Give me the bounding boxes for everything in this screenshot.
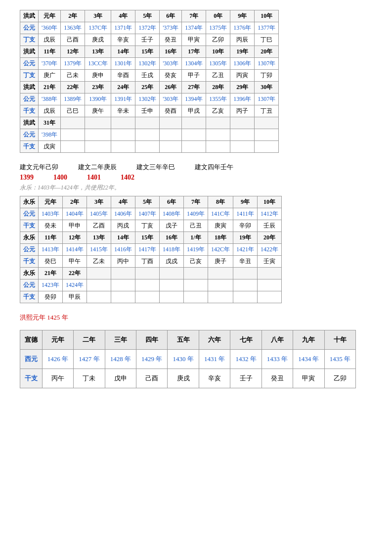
year-num-header: 八年 [261, 330, 293, 350]
table-cell [61, 117, 85, 129]
year-num-header: 4年 [111, 196, 135, 208]
table-cell: 乙卯 [324, 369, 355, 388]
table-row: 干支癸未甲申乙酉丙戌丁亥戊子己丑庚寅辛卯壬辰 [20, 220, 282, 232]
table-cell: 1423年 [39, 279, 63, 291]
row-label: 洪武 [20, 82, 39, 93]
table-cell: 乙丑 [206, 70, 230, 82]
table-cell: '360年 [39, 22, 61, 34]
table-cell: 30年 [255, 82, 279, 93]
row-label: 西元 [20, 350, 43, 369]
table-cell [208, 279, 233, 291]
table-cell [182, 129, 206, 141]
table-cell [85, 129, 111, 141]
table-cell [182, 141, 206, 153]
table-cell: 甲辰 [63, 291, 87, 303]
table-cell: 25年 [135, 82, 160, 93]
table-cell: 1306年 [230, 58, 255, 70]
table-cell: 24年 [111, 82, 135, 93]
table-cell: 辛亥 [111, 34, 135, 46]
table-cell [135, 279, 160, 291]
table-cell: 辛丑 [233, 256, 258, 268]
table-row: 干支丙午丁未戊申己酉庚戌辛亥壬子癸丑甲寅乙卯 [20, 369, 356, 388]
table-cell [135, 268, 160, 279]
table-cell: 1418年 [160, 244, 184, 256]
table-cell: 14年 [111, 46, 135, 58]
jianwen-year-item: 1401 [87, 174, 101, 182]
table-cell [255, 141, 279, 153]
table-cell [206, 129, 230, 141]
table-cell: 22年 [63, 268, 87, 279]
table-row: 洪武31年 [20, 117, 279, 129]
table-cell: 15年 [135, 46, 160, 58]
table-cell [135, 291, 160, 303]
table-cell: 乙未 [87, 256, 111, 268]
table-cell: 甲申 [63, 220, 87, 232]
table-cell: 辛卯 [233, 220, 258, 232]
table-cell: 1396年 [230, 93, 255, 105]
table-cell: 1426 年 [42, 350, 73, 369]
table-cell: 141C年 [208, 208, 233, 220]
table-cell: 1416年 [111, 244, 135, 256]
table-cell: 癸未 [39, 220, 63, 232]
table-cell: 戊辰 [39, 105, 61, 117]
table-cell: 壬辰 [258, 220, 282, 232]
table-cell: 21年 [39, 268, 63, 279]
year-num-header: 五年 [168, 330, 199, 350]
table-cell: 1391年 [111, 93, 135, 105]
table-cell: 1427 年 [74, 350, 105, 369]
jianwen-year-item: 1402 [121, 174, 134, 182]
table-cell [61, 129, 85, 141]
table-cell: 1404年 [63, 208, 87, 220]
table-cell: 癸酉 [160, 105, 182, 117]
table-row: 公元1403年1404年1405年1406年1407年1408年1409年141… [20, 208, 282, 220]
table-cell [233, 279, 258, 291]
table-cell: 甲寅 [293, 369, 324, 388]
row-label: 公元 [20, 279, 39, 291]
year-num-header: 6年 [160, 10, 182, 22]
year-num-header: 四年 [136, 330, 168, 350]
table-cell: 28年 [206, 82, 230, 93]
table-cell [85, 117, 111, 129]
table-cell: 戊寅 [39, 141, 61, 153]
table-cell: 1414年 [63, 244, 87, 256]
year-num-header: 10年 [255, 10, 279, 22]
table-cell: 13年 [87, 232, 111, 244]
table-cell: 1377年 [255, 22, 279, 34]
table-cell: 1412年 [258, 208, 282, 220]
table-cell: 庚广 [39, 70, 61, 82]
table-cell: 1408年 [160, 208, 184, 220]
table-cell: '373年 [160, 22, 182, 34]
table-cell: 丁丑 [255, 105, 279, 117]
year-num-header: 元年 [39, 10, 61, 22]
table-cell: '303年 [160, 58, 182, 70]
table-cell: 10年 [206, 46, 230, 58]
table-cell: 26年 [160, 82, 182, 93]
yongle-table: 永乐元年2年3年4年5年6年7年8年9年10年公元1403年1404年1405年… [20, 196, 282, 303]
table-row: 公元'370年1379年13CC年1301年1302年'303年1304年130… [20, 58, 279, 70]
table-row: 公元'398年 [20, 129, 279, 141]
table-cell: 癸丑 [261, 369, 293, 388]
table-cell: 1428 年 [105, 350, 136, 369]
table-cell [160, 129, 182, 141]
table-cell: 1371年 [111, 22, 135, 34]
table-cell: 1430 年 [168, 350, 199, 369]
table-cell: 壬子 [135, 34, 160, 46]
table-cell: 1307年 [255, 93, 279, 105]
table-cell: 丙中 [111, 256, 135, 268]
table-cell: 庚申 [85, 70, 111, 82]
row-label: 干支 [20, 369, 43, 388]
table-cell: 1394年 [182, 93, 206, 105]
table-cell: 1429 年 [136, 350, 168, 369]
table-cell: 甲寅 [182, 34, 206, 46]
table-cell: 1307年 [255, 58, 279, 70]
table-cell [160, 279, 184, 291]
table-cell: 11年 [39, 232, 63, 244]
year-num-header: 4年 [111, 10, 135, 22]
table-cell: '303年 [160, 93, 182, 105]
table-cell: 16年 [160, 232, 184, 244]
row-label: 洪武 [20, 46, 39, 58]
jianwen-ce-year: 1399 [20, 174, 34, 181]
yongle-section: 永乐：1403年—1424年，共使用22年。 永乐元年2年3年4年5年6年7年8… [20, 184, 372, 303]
table-cell: 21年 [39, 82, 61, 93]
table-cell: 1422年 [258, 244, 282, 256]
